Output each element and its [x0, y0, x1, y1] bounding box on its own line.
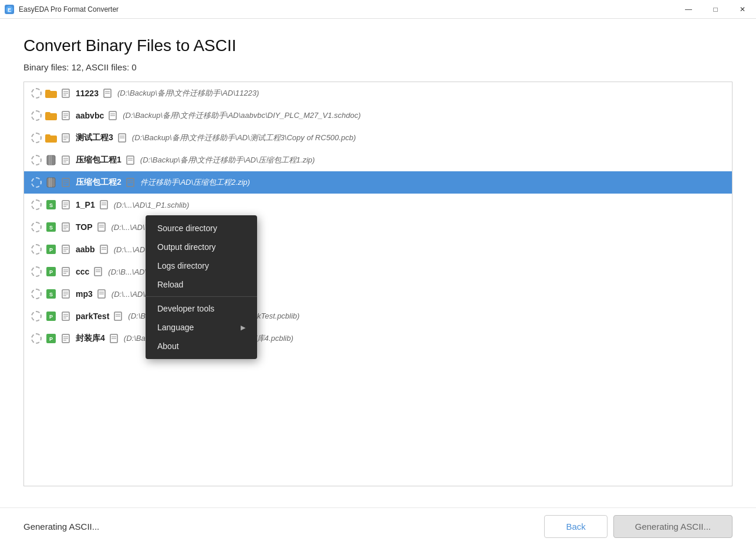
file-name: 封装库4 — [76, 333, 105, 344]
file-format-icon — [60, 133, 71, 143]
file-format-icon — [60, 333, 71, 344]
table-row[interactable]: 11223 (D:\Backup\备用\文件迁移助手\AD\11223) — [24, 82, 732, 104]
file-name: ccc — [76, 267, 89, 276]
svg-rect-3 — [45, 90, 50, 92]
file-name: 1_P1 — [76, 200, 95, 209]
menu-item-source-dir[interactable]: Source directory — [146, 219, 257, 238]
loading-spinner-icon — [31, 333, 42, 344]
loading-spinner-icon — [31, 311, 42, 321]
menu-item-logs-dir[interactable]: Logs directory — [146, 256, 257, 275]
close-button[interactable]: ✕ — [729, 0, 756, 19]
menu-item-label: About — [157, 341, 179, 351]
loading-spinner-icon — [31, 266, 42, 277]
menu-item-output-dir[interactable]: Output directory — [146, 238, 257, 256]
file-type-icon — [45, 87, 57, 99]
table-row[interactable]: Paabb (D:\...\AD\aabb.pcblib) — [24, 238, 732, 260]
file-type-icon: P — [45, 243, 57, 255]
svg-text:P: P — [49, 314, 53, 320]
file-path: (D:\Backup\备用\文件迁移助手\AD\测试工程3\Copy of RC… — [132, 133, 356, 143]
svg-text:S: S — [49, 292, 53, 297]
file-name: 测试工程3 — [76, 133, 113, 143]
file-name: 压缩包工程1 — [76, 155, 122, 165]
file-path: (D:\Backup\备用\文件迁移助手\AD\aabvbc\DIY_PLC_M… — [123, 110, 360, 121]
file-format-icon — [60, 222, 71, 232]
file-count: Binary files: 12, ASCII files: 0 — [23, 62, 733, 72]
table-row[interactable]: Smp3 (D:\...\AD\mp3.schlib) — [24, 283, 732, 305]
maximize-button[interactable]: □ — [702, 0, 729, 19]
svg-text:P: P — [49, 247, 53, 253]
menu-item-reload[interactable]: Reload — [146, 275, 257, 294]
table-row[interactable]: 压缩包工程1 (D:\Backup\备用\文件迁移助手\AD\压缩包工程1.zi… — [24, 149, 732, 171]
file-type-icon: S — [45, 199, 57, 211]
back-button[interactable]: Back — [544, 515, 607, 538]
file-list[interactable]: 11223 (D:\Backup\备用\文件迁移助手\AD\11223)aabv… — [23, 82, 733, 486]
loading-spinner-icon — [31, 177, 42, 188]
title-bar: E EasyEDA Pro Format Converter — □ ✕ — [0, 0, 756, 19]
file-path: (D:\Backup\备用\文件迁移助手\AD\11223) — [117, 88, 259, 99]
svg-text:P: P — [49, 336, 53, 342]
menu-item-dev-tools[interactable]: Developer tools — [146, 299, 257, 318]
file-format-icon — [60, 266, 71, 277]
table-row[interactable]: P封装库4 (D:\Backup\备用\文件迁移助手\AD\封装库4.pcbli… — [24, 327, 732, 350]
format-badge-icon — [109, 333, 119, 344]
menu-item-label: Source directory — [157, 224, 217, 233]
format-badge-icon — [96, 289, 107, 299]
svg-text:P: P — [49, 269, 53, 275]
menu-item-label: Developer tools — [157, 304, 214, 313]
table-row[interactable]: aabvbc (D:\Backup\备用\文件迁移助手\AD\aabvbc\DI… — [24, 104, 732, 127]
file-name: mp3 — [76, 289, 93, 299]
table-row[interactable]: PparkTest (D:\Backup\备用\文件迁移助手\AD\parkTe… — [24, 305, 732, 327]
format-badge-icon — [107, 110, 118, 121]
loading-spinner-icon — [31, 110, 42, 121]
file-format-icon — [60, 199, 71, 210]
format-badge-icon — [125, 177, 136, 188]
table-row[interactable]: S1_P1 (D:\...\AD\1_P1.schlib) — [24, 194, 732, 216]
table-row[interactable]: 测试工程3 (D:\Backup\备用\文件迁移助手\AD\测试工程3\Copy… — [24, 127, 732, 149]
menu-item-language[interactable]: Language▶ — [146, 318, 257, 337]
file-format-icon — [60, 88, 71, 99]
status-text: Generating ASCII... — [23, 522, 99, 532]
menu-item-about[interactable]: About — [146, 337, 257, 356]
file-type-icon: P — [45, 333, 57, 344]
format-badge-icon — [117, 133, 127, 143]
menu-item-label: Logs directory — [157, 261, 209, 270]
file-type-icon — [45, 177, 57, 188]
loading-spinner-icon — [31, 155, 42, 165]
file-type-icon — [45, 132, 57, 144]
loading-spinner-icon — [31, 244, 42, 255]
menu-item-label: Reload — [157, 280, 183, 289]
file-type-icon: S — [45, 221, 57, 233]
format-badge-icon — [99, 244, 109, 255]
table-row[interactable]: STOP (D:\...\AD\TOP.schlib) — [24, 216, 732, 238]
file-format-icon — [60, 110, 71, 121]
file-type-icon: P — [45, 310, 57, 322]
page-title: Convert Binary Files to ASCII — [23, 36, 733, 55]
file-format-icon — [60, 177, 71, 188]
table-row[interactable]: 压缩包工程2 件迁移助手\AD\压缩包工程2.zip) — [24, 171, 732, 194]
minimize-button[interactable]: — — [675, 0, 702, 19]
bottom-bar: Generating ASCII... Back Generating ASCI… — [0, 507, 756, 545]
format-badge-icon — [125, 155, 136, 165]
loading-spinner-icon — [31, 222, 42, 232]
menu-divider — [146, 296, 257, 297]
file-type-icon: P — [45, 266, 57, 277]
bottom-buttons: Back Generating ASCII... — [544, 515, 733, 538]
format-badge-icon — [93, 266, 103, 277]
app-icon: E — [5, 5, 14, 14]
svg-text:S: S — [49, 225, 53, 231]
loading-spinner-icon — [31, 133, 42, 143]
svg-rect-12 — [45, 112, 50, 114]
file-name: TOP — [76, 222, 93, 232]
menu-item-label: Output directory — [157, 242, 216, 252]
submenu-arrow-icon: ▶ — [241, 324, 245, 331]
file-format-icon — [60, 289, 71, 299]
file-path: 件迁移助手\AD\压缩包工程2.zip) — [140, 177, 250, 188]
table-row[interactable]: Pccc (D:\B...\AD\ccc.pcblib) — [24, 260, 732, 283]
generate-button: Generating ASCII... — [613, 515, 733, 538]
file-type-icon: S — [45, 288, 57, 300]
format-badge-icon — [96, 222, 107, 232]
file-format-icon — [60, 311, 71, 321]
file-name: 11223 — [76, 89, 99, 98]
file-path: (D:\Backup\备用\文件迁移助手\AD\压缩包工程1.zip) — [140, 155, 315, 165]
file-type-icon — [45, 110, 57, 121]
